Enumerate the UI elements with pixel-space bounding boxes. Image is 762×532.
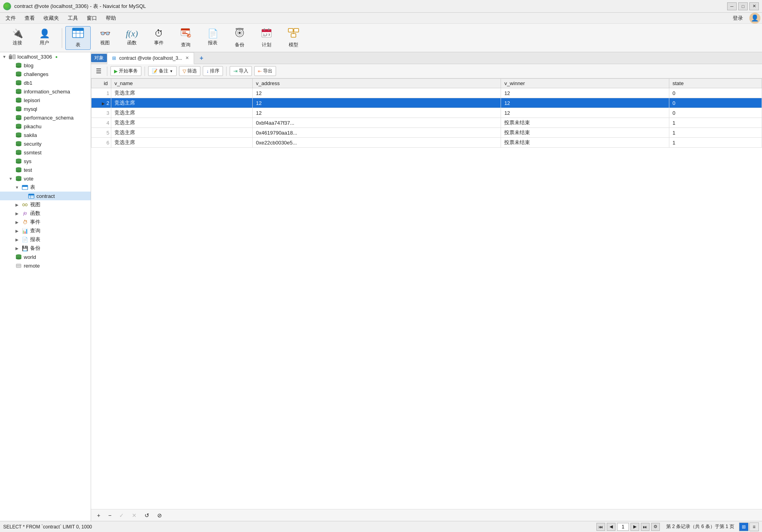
connect-icon: 🔌 (12, 29, 23, 38)
menu-window[interactable]: 窗口 (83, 14, 101, 23)
sidebar-item-contract[interactable]: contract (0, 192, 91, 200)
filter-button[interactable]: ▽ 筛选 (179, 66, 200, 76)
sidebar-item-localhost[interactable]: ▼ localhost_3306 ● (0, 52, 91, 61)
begin-transaction-button[interactable]: ▶ 开始事务 (110, 66, 141, 76)
sidebar-item-vote-events[interactable]: ▶ ⏱ 事件 (0, 218, 91, 226)
refresh-button[interactable]: ↺ (142, 511, 152, 520)
export-button[interactable]: ⇤ 导出 (254, 66, 276, 76)
cancel-edit-button[interactable]: ✕ (129, 511, 139, 520)
svg-text:cal: cal (263, 34, 266, 37)
sidebar-item-pikachu[interactable]: pikachu (0, 122, 91, 131)
svg-rect-24 (291, 34, 296, 37)
toolbar-event-button[interactable]: ⏱ 事件 (146, 26, 171, 50)
status-record-info: 第 2 条记录（共 6 条）于第 1 页 (666, 523, 734, 530)
toolbar-model-button[interactable]: 模型 (281, 26, 306, 50)
page-number-input[interactable] (617, 523, 629, 531)
toolbar-func-button[interactable]: f(x) 函数 (119, 26, 145, 50)
svg-point-53 (16, 127, 21, 129)
sidebar-item-performance-schema[interactable]: performance_schema (0, 113, 91, 122)
sidebar-item-vote-views[interactable]: ▶ oo 视图 (0, 200, 91, 209)
svg-rect-28 (10, 54, 11, 56)
sort-button[interactable]: ↓ 排序 (203, 66, 223, 76)
sidebar-item-vote-funcs[interactable]: ▶ f0 函数 (0, 209, 91, 218)
db-svg (15, 106, 22, 112)
db-svg (15, 124, 22, 129)
schedule-svg-icon: 1 2 3 cal (261, 28, 272, 38)
toolbar-schedule-button[interactable]: 1 2 3 cal 计划 (254, 26, 279, 50)
svg-rect-18 (264, 28, 265, 30)
confirm-button[interactable]: ✓ (116, 511, 127, 520)
sidebar-item-sys[interactable]: sys (0, 157, 91, 165)
minimize-button[interactable]: ─ (727, 2, 737, 10)
model-icon (288, 28, 299, 40)
sidebar-item-test[interactable]: test (0, 165, 91, 174)
table-row[interactable]: 4竞选主席0xbf4aa747f37...投票未结束1 (91, 118, 762, 128)
stop-button[interactable]: ⊘ (154, 511, 165, 520)
tab-object[interactable]: 对象 (91, 54, 107, 62)
first-page-button[interactable]: ⏮ (596, 523, 605, 531)
settings-button[interactable]: ⚙ (651, 523, 660, 531)
sidebar-item-security[interactable]: security (0, 139, 91, 148)
form-view-button[interactable]: ≡ (749, 522, 759, 531)
sidebar-db-mysql-label: mysql (24, 106, 37, 112)
db-svg (15, 115, 22, 120)
status-bar-controls: ⏮ ◀ ▶ ⏭ ⚙ 第 2 条记录（共 6 条）于第 1 页 ⊞ ≡ (596, 522, 759, 531)
toolbar-user-button[interactable]: 👤 用户 (32, 26, 57, 50)
prev-page-button[interactable]: ◀ (607, 523, 615, 531)
menu-tools[interactable]: 工具 (64, 14, 82, 23)
annotate-button[interactable]: 📝 备注 ▼ (148, 66, 177, 76)
table-row[interactable]: ▶ 2竞选主席12120 (91, 98, 762, 108)
contract-table-svg (28, 193, 34, 199)
menu-favorites[interactable]: 收藏夹 (40, 14, 63, 23)
table-row[interactable]: 5竞选主席0x4619790aa18...投票未结束1 (91, 128, 762, 138)
views-group-icon: oo (21, 201, 29, 208)
app-icon (3, 2, 11, 10)
filter-icon: ▽ (183, 68, 186, 74)
db-svg-world (15, 254, 22, 260)
table-row[interactable]: 1竞选主席12120 (91, 88, 762, 98)
sidebar-item-db1[interactable]: db1 (0, 78, 91, 87)
toolbar-connect-button[interactable]: 🔌 连接 (5, 26, 30, 50)
sidebar-item-lepisori[interactable]: lepisori (0, 96, 91, 104)
add-tab-button[interactable]: + (196, 54, 206, 63)
menu-file[interactable]: 文件 (2, 14, 20, 23)
sidebar-item-vote-tables[interactable]: ▼ 表 (0, 183, 91, 192)
sidebar-item-ssmtest[interactable]: ssmtest (0, 148, 91, 157)
menu-view[interactable]: 查看 (21, 14, 39, 23)
sidebar-item-challenges[interactable]: challenges (0, 70, 91, 78)
sidebar-item-sakila[interactable]: sakila (0, 131, 91, 139)
tab-close-button[interactable]: ✕ (185, 55, 189, 61)
sidebar-remote-label: remote (24, 263, 40, 269)
tab-contract[interactable]: ⊞ contract @vote (localhost_3... ✕ (107, 52, 194, 64)
table-row[interactable]: 3竞选主席12120 (91, 108, 762, 118)
sidebar-item-vote-reports[interactable]: ▶ 📄 报表 (0, 235, 91, 244)
import-button[interactable]: ⇥ 导入 (230, 66, 252, 76)
toolbar-query-button[interactable]: ↗ 查询 (173, 26, 198, 50)
sidebar-item-remote[interactable]: remote (0, 261, 91, 270)
grid-view-button[interactable]: ⊞ (739, 522, 749, 531)
next-page-button[interactable]: ▶ (631, 523, 639, 531)
maximize-button[interactable]: □ (738, 2, 748, 10)
sidebar-item-vote-queries[interactable]: ▶ 📊 查询 (0, 226, 91, 235)
login-button[interactable]: 登录 (729, 14, 747, 23)
table-row[interactable]: 6竞选主席0xe22cb0030e5...投票未结束1 (91, 138, 762, 148)
funcs-group-icon: f0 (21, 210, 29, 217)
close-button[interactable]: ✕ (749, 2, 759, 10)
svg-point-59 (16, 144, 21, 146)
remove-row-button[interactable]: − (105, 511, 114, 520)
ct-sep-3 (226, 66, 227, 76)
sidebar-item-world[interactable]: world (0, 253, 91, 261)
toolbar-table-button[interactable]: 表 (65, 26, 91, 50)
hamburger-menu-button[interactable]: ☰ (93, 66, 104, 76)
toolbar-backup-button[interactable]: 备份 (227, 26, 252, 50)
last-page-button[interactable]: ⏭ (641, 523, 650, 531)
toolbar-report-button[interactable]: 📄 报表 (200, 26, 225, 50)
sidebar-item-mysql[interactable]: mysql (0, 104, 91, 113)
add-row-button[interactable]: + (94, 511, 103, 520)
sidebar-item-information-schema[interactable]: information_schema (0, 87, 91, 96)
sidebar-item-vote[interactable]: ▼ vote (0, 174, 91, 183)
menu-help[interactable]: 帮助 (102, 14, 120, 23)
toolbar-view-button[interactable]: 👓 视图 (92, 26, 118, 50)
sidebar-item-vote-backup[interactable]: ▶ 💾 备份 (0, 244, 91, 253)
sidebar-item-blog[interactable]: blog (0, 61, 91, 70)
